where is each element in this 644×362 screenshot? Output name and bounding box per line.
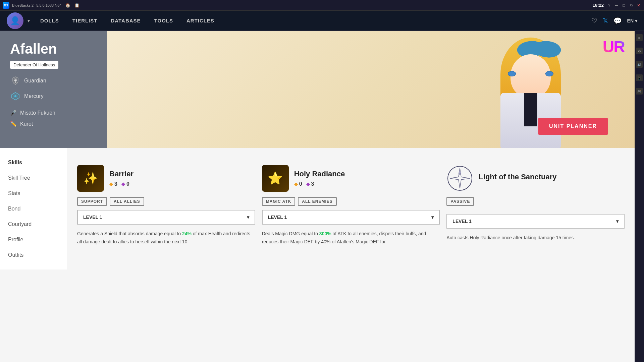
radiance-purple-gems: ◆ 3	[306, 181, 314, 187]
purple-diamond-icon: ◆	[121, 181, 125, 187]
nav-tools[interactable]: TOOLS	[154, 18, 173, 23]
chevron-down-icon2: ▾	[431, 215, 434, 220]
hero-element-label: Mercury	[24, 93, 44, 99]
holy-radiance-tags: MAGIC ATK ALL ENEMIES	[262, 197, 440, 206]
app-version: 5.5.0.1083 N64	[36, 3, 61, 7]
guardian-icon	[10, 75, 21, 86]
holy-radiance-level-select[interactable]: LEVEL 1 ▾	[262, 210, 440, 225]
chevron-down-icon: ▾	[247, 215, 249, 220]
sanctuary-level-select[interactable]: LEVEL 1 ▾	[446, 214, 625, 229]
sidebar-item-profile[interactable]: Profile	[0, 232, 67, 247]
barrier-description: Generates a Shield that absorbs damage e…	[77, 230, 255, 246]
sanctuary-title-area: Light of the Sanctuary	[479, 173, 625, 184]
barrier-tags: SUPPORT ALL ALLIES	[77, 197, 255, 206]
hero-illustrator-row: ✏️ Kurot	[10, 121, 97, 127]
sanctuary-icon	[446, 165, 473, 192]
hero-name: Afallen	[10, 41, 97, 57]
barrier-title-area: Barrier ◆ 3 ◆ 0	[109, 170, 255, 187]
sidebar-item-skill-tree[interactable]: Skill Tree	[0, 170, 67, 186]
gold-diamond-icon: ◆	[109, 181, 113, 187]
hero-voice-row: 🎤 Misato Fukuen	[10, 110, 97, 116]
skill-barrier: ✨ Barrier ◆ 3 ◆	[77, 165, 255, 246]
hero-banner: Afallen Defender Of Holiness	[0, 31, 635, 148]
close-btn[interactable]: ✕	[636, 3, 641, 8]
barrier-icon: ✨	[77, 165, 104, 192]
skill-light-sanctuary: Light of the Sanctuary PASSIVE LEVEL 1 ▾…	[446, 165, 625, 246]
sidebar-item-outfits[interactable]: Outfits	[0, 247, 67, 263]
nav-dolls[interactable]: DOLLS	[40, 18, 59, 23]
folder-icon: 📋	[74, 3, 79, 8]
pen-icon: ✏️	[10, 121, 17, 127]
skills-grid: ✨ Barrier ◆ 3 ◆	[77, 165, 625, 246]
sanctuary-tags: PASSIVE	[446, 197, 625, 210]
svg-point-5	[14, 95, 16, 97]
sanctuary-header: Light of the Sanctuary	[446, 165, 625, 192]
hero-voice-label: Misato Fukuen	[20, 110, 55, 116]
nav-database[interactable]: DATABASE	[111, 18, 141, 23]
maximize-btn[interactable]: ⧉	[629, 3, 634, 8]
right-panel: ≡ ⚙ 🔊 📱 🎮	[635, 31, 644, 362]
app-title: BlueStacks 2	[12, 3, 34, 7]
hero-class-row: Guardian	[10, 75, 97, 86]
main-content: Afallen Defender Of Holiness	[0, 31, 644, 362]
nav-articles[interactable]: ARTICLES	[186, 18, 214, 23]
sidebar-item-bond[interactable]: Bond	[0, 201, 67, 217]
twitter-icon[interactable]: 𝕏	[603, 17, 608, 25]
nav-tierlist[interactable]: TIERLIST	[72, 18, 98, 23]
hero-info-panel: Afallen Defender Of Holiness	[0, 31, 107, 148]
hero-metadata: Guardian Mercury 🎤	[10, 75, 97, 127]
chat-icon[interactable]: 💬	[613, 17, 622, 25]
sanctuary-description: Auto casts Holy Radiance once after taki…	[446, 234, 625, 242]
barrier-header: ✨ Barrier ◆ 3 ◆	[77, 165, 255, 192]
passive-tag: PASSIVE	[446, 197, 474, 206]
skill-holy-radiance: ⭐ Holy Radiance ◆ 0	[262, 165, 440, 246]
barrier-level-select[interactable]: LEVEL 1 ▾	[77, 210, 255, 225]
holy-radiance-icon: ⭐	[262, 165, 289, 192]
language-selector[interactable]: EN ▾	[627, 18, 637, 23]
barrier-tag-support: SUPPORT	[77, 197, 107, 206]
holy-radiance-gems: ◆ 0 ◆ 3	[294, 181, 440, 187]
user-avatar[interactable]: 👤	[7, 12, 23, 29]
title-bar: BS BlueStacks 2 5.5.0.1083 N64 🏠 📋 18:22…	[0, 0, 644, 11]
purple-diamond-icon2: ◆	[306, 181, 310, 187]
minimize-btn[interactable]: ─	[614, 3, 619, 8]
barrier-name: Barrier	[109, 170, 255, 178]
chevron-down-icon3: ▾	[616, 219, 619, 224]
hero-class-label: Guardian	[24, 78, 46, 84]
radiance-highlight-pct: 300%	[319, 231, 331, 236]
holy-radiance-header: ⭐ Holy Radiance ◆ 0	[262, 165, 440, 192]
top-navigation: 👤 ▾ DOLLS TIERLIST DATABASE TOOLS ARTICL…	[0, 11, 644, 31]
help-icon[interactable]: ?	[606, 3, 612, 8]
right-icon-1[interactable]: ≡	[636, 34, 643, 41]
unit-planner-button[interactable]: UNIT PLANNER	[538, 118, 608, 135]
sanctuary-name: Light of the Sanctuary	[479, 173, 625, 181]
heart-icon[interactable]: ♡	[591, 17, 597, 25]
nav-right-section: ♡ 𝕏 💬 EN ▾	[591, 17, 637, 25]
sidebar-item-stats[interactable]: Stats	[0, 186, 67, 201]
barrier-tag-allies: ALL ALLIES	[110, 197, 144, 206]
home-icon: 🏠	[65, 3, 70, 8]
avatar-dropdown[interactable]: ▾	[23, 16, 34, 26]
sidebar-item-courtyard[interactable]: Courtyard	[0, 217, 67, 232]
restore-btn[interactable]: □	[621, 3, 627, 8]
right-icon-4[interactable]: 📱	[636, 74, 643, 81]
hero-image-area: UR UNIT PLANNER	[107, 31, 635, 148]
hero-element-row: Mercury	[10, 91, 97, 102]
holy-radiance-title-area: Holy Radiance ◆ 0 ◆ 3	[294, 170, 440, 187]
sidebar-item-skills[interactable]: Skills	[0, 155, 67, 170]
barrier-gold-gems: ◆ 3	[109, 181, 117, 187]
main-nav: DOLLS TIERLIST DATABASE TOOLS ARTICLES	[40, 18, 214, 23]
hero-title-badge: Defender Of Holiness	[10, 61, 58, 69]
rarity-badge: UR	[603, 38, 625, 56]
right-icon-2[interactable]: ⚙	[636, 48, 643, 54]
right-icon-5[interactable]: 🎮	[636, 88, 643, 95]
window-controls: ? ─ □ ⧉ ✕	[606, 3, 641, 8]
barrier-gems: ◆ 3 ◆ 0	[109, 181, 255, 187]
microphone-icon: 🎤	[10, 110, 17, 116]
radiance-tag-magic: MAGIC ATK	[262, 197, 296, 206]
holy-radiance-name: Holy Radiance	[294, 170, 440, 178]
right-icon-3[interactable]: 🔊	[636, 61, 643, 68]
holy-radiance-description: Deals Magic DMG equal to 300% of ATK to …	[262, 230, 440, 246]
radiance-gold-gems: ◆ 0	[294, 181, 302, 187]
skills-section: ✨ Barrier ◆ 3 ◆	[67, 148, 635, 269]
